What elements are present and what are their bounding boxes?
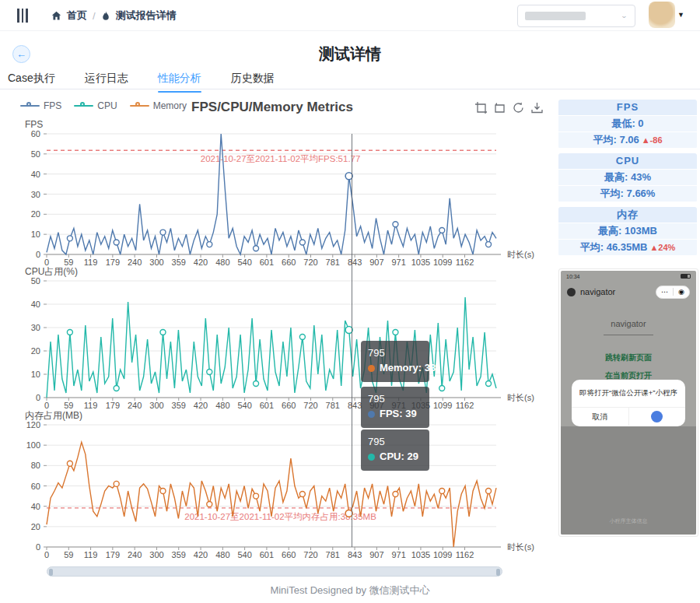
svg-text:10: 10	[31, 230, 40, 239]
top-bar: 首页 / 测试报告详情 ⌄ ▼	[0, 0, 700, 31]
svg-text:0: 0	[36, 393, 40, 402]
miniapp-dialog: 即将打开“微信公开课+”小程序 取消	[572, 380, 685, 426]
save-image-icon[interactable]	[530, 101, 544, 114]
svg-text:50: 50	[31, 149, 40, 159]
svg-text:660: 660	[282, 550, 296, 559]
miniapp-header: navigator ⋯ ◉	[561, 282, 696, 302]
breadcrumb-home[interactable]: 首页	[67, 9, 87, 23]
svg-text:1099: 1099	[433, 550, 452, 559]
svg-text:59: 59	[64, 550, 73, 559]
svg-text:40: 40	[31, 170, 40, 179]
svg-text:119: 119	[84, 550, 98, 559]
data-zoom-slider[interactable]	[47, 566, 502, 577]
svg-text:359: 359	[172, 401, 186, 410]
tabs-divider	[0, 89, 700, 89]
svg-text:1099: 1099	[433, 258, 452, 267]
svg-text:843: 843	[348, 258, 362, 267]
legend-item-cpu[interactable]: CPU	[74, 100, 117, 111]
svg-text:781: 781	[326, 258, 340, 267]
miniapp-link-1: 跳转刷新页面	[561, 352, 696, 363]
zoom-handle-left[interactable]	[49, 569, 53, 576]
zoom-reset-icon[interactable]	[493, 101, 506, 114]
svg-text:59: 59	[64, 258, 73, 267]
cpu-chart[interactable]: CPU占用(%)01020304050059119179240300359420…	[8, 267, 552, 411]
zoom-select-icon[interactable]	[474, 101, 488, 114]
svg-text:FPS: FPS	[25, 119, 43, 130]
svg-text:359: 359	[172, 550, 186, 559]
svg-text:1162: 1162	[456, 401, 474, 410]
svg-text:100: 100	[26, 440, 40, 450]
svg-text:420: 420	[194, 258, 208, 267]
version-select[interactable]: ⌄	[517, 5, 635, 27]
legend-label-fps: FPS	[44, 100, 61, 111]
svg-text:971: 971	[391, 258, 405, 267]
legend-label-cpu: CPU	[97, 100, 117, 111]
svg-text:480: 480	[215, 258, 229, 267]
svg-text:240: 240	[128, 550, 142, 559]
svg-text:120: 120	[26, 420, 40, 429]
svg-text:300: 300	[149, 258, 163, 267]
svg-text:240: 240	[128, 258, 142, 267]
svg-text:2021-10-27至2021-11-02平均FPS:51.: 2021-10-27至2021-11-02平均FPS:51.77	[201, 154, 361, 163]
breadcrumb-current: 测试报告详情	[116, 9, 177, 23]
fps-chart[interactable]: FPS0102030405060059119179240300359420480…	[8, 117, 552, 267]
collapse-menu-icon[interactable]	[17, 9, 31, 23]
miniapp-title: navigator	[580, 287, 615, 296]
fire-icon	[101, 11, 110, 21]
cpu-stat-card: CPU 最高: 43% 平均: 7.66%	[558, 153, 697, 202]
svg-text:540: 540	[237, 401, 251, 410]
footer-text: MiniTest Designed by 微信测试中心	[0, 584, 700, 598]
svg-text:0: 0	[44, 258, 49, 267]
svg-text:时长(s): 时长(s)	[507, 542, 534, 552]
fps-stat-card: FPS 最低: 0 平均: 7.06▲-86	[558, 100, 697, 149]
svg-text:50: 50	[31, 276, 40, 286]
dialog-cancel-button: 取消	[572, 408, 629, 426]
svg-text:119: 119	[84, 401, 98, 410]
svg-text:179: 179	[106, 401, 120, 410]
fps-stat-avg: 平均: 7.06▲-86	[558, 132, 697, 148]
cpu-stat-title: CPU	[558, 153, 697, 169]
svg-text:971: 971	[391, 401, 405, 410]
svg-text:720: 720	[303, 401, 317, 410]
svg-text:843: 843	[348, 550, 362, 559]
svg-text:1162: 1162	[456, 258, 474, 267]
miniapp-watermark: 小程序主体信息	[561, 517, 696, 525]
svg-text:480: 480	[215, 401, 229, 410]
svg-text:601: 601	[260, 550, 274, 559]
battery-icon	[681, 274, 691, 279]
svg-text:420: 420	[194, 401, 208, 410]
svg-text:601: 601	[260, 258, 274, 267]
device-screenshot: 10:34 navigator ⋯ ◉ navigator 跳转刷新页面 在当前…	[561, 271, 696, 535]
caret-down-icon: ▼	[677, 11, 684, 19]
svg-text:1162: 1162	[456, 550, 474, 559]
svg-text:907: 907	[369, 550, 383, 559]
breadcrumb-separator: /	[93, 10, 96, 22]
restore-icon[interactable]	[512, 101, 525, 114]
user-menu[interactable]: ▼	[649, 2, 684, 28]
chevron-down-icon: ⌄	[621, 12, 628, 19]
phone-time: 10:34	[566, 274, 580, 279]
svg-text:0: 0	[36, 542, 40, 552]
svg-text:179: 179	[106, 550, 120, 559]
zoom-handle-right[interactable]	[496, 569, 500, 576]
svg-text:601: 601	[260, 401, 274, 410]
svg-text:540: 540	[237, 258, 251, 267]
memory-chart[interactable]: 内存占用(MB)02040608010012005911917924030035…	[8, 411, 552, 562]
memory-stat-avg: 平均: 46.35MB▲24%	[558, 240, 697, 255]
svg-text:971: 971	[391, 550, 405, 559]
svg-text:0: 0	[36, 250, 40, 259]
miniapp-capsule: ⋯ ◉	[656, 286, 690, 299]
svg-text:240: 240	[128, 401, 142, 410]
svg-text:300: 300	[149, 401, 163, 410]
avatar[interactable]	[649, 2, 675, 28]
fps-line-marker-icon	[20, 103, 40, 109]
fps-stat-title: FPS	[558, 100, 697, 115]
legend-item-fps[interactable]: FPS	[20, 100, 61, 111]
exit-icon: ◉	[678, 288, 684, 296]
svg-text:1035: 1035	[411, 258, 430, 267]
svg-text:40: 40	[31, 502, 40, 511]
svg-text:10: 10	[31, 370, 40, 379]
svg-text:359: 359	[172, 258, 186, 267]
page-title: 测试详情	[0, 44, 700, 65]
svg-text:720: 720	[303, 258, 317, 267]
